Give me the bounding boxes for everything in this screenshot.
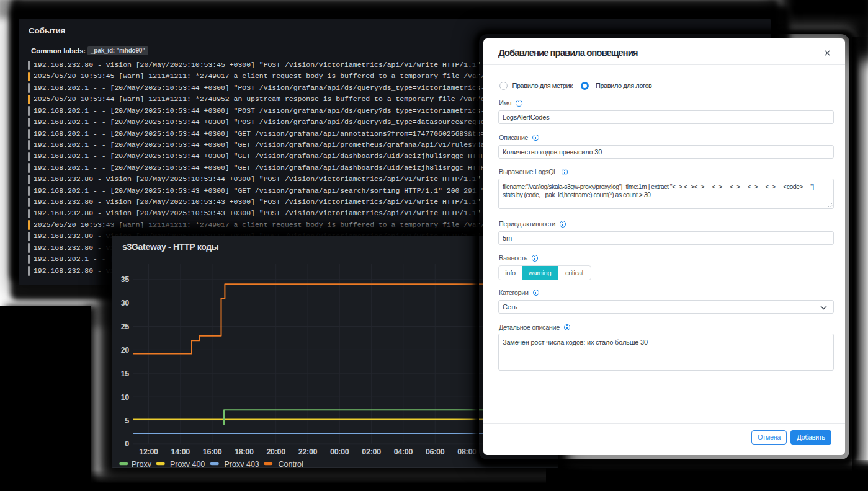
svg-text:20: 20 (121, 346, 130, 355)
svg-text:Proxy: Proxy (132, 460, 152, 468)
svg-text:25: 25 (121, 322, 130, 331)
svg-text:15: 15 (121, 369, 130, 378)
svg-text:06:00: 06:00 (426, 448, 445, 456)
svg-text:0: 0 (125, 440, 129, 448)
svg-text:08:00: 08:00 (457, 448, 477, 456)
svg-text:5: 5 (125, 417, 129, 425)
svg-text:12:00: 12:00 (139, 448, 158, 456)
svg-text:04:00: 04:00 (394, 448, 413, 456)
svg-text:10: 10 (121, 393, 130, 402)
svg-text:Control: Control (279, 460, 303, 468)
svg-text:Proxy 400: Proxy 400 (170, 460, 205, 468)
svg-text:20:00: 20:00 (266, 448, 285, 456)
svg-text:18:00: 18:00 (235, 448, 254, 456)
svg-text:35: 35 (121, 275, 130, 284)
svg-text:22:00: 22:00 (298, 448, 318, 456)
svg-text:16:00: 16:00 (203, 448, 222, 456)
svg-text:Proxy 403: Proxy 403 (225, 460, 259, 468)
svg-text:30: 30 (121, 299, 130, 307)
svg-text:00:00: 00:00 (330, 448, 349, 456)
svg-text:14:00: 14:00 (171, 448, 190, 456)
svg-text:02:00: 02:00 (362, 448, 381, 456)
